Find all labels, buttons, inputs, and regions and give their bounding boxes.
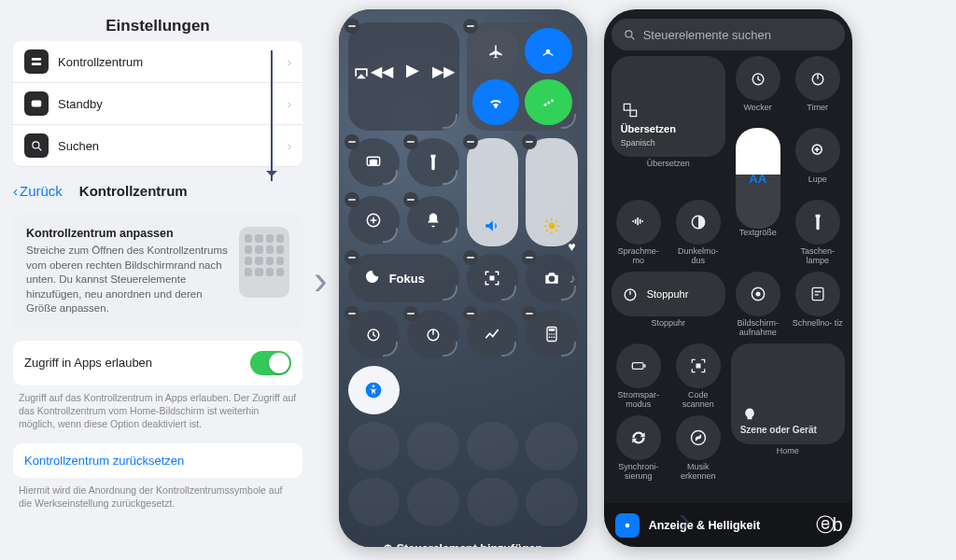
svg-rect-2 — [32, 101, 42, 107]
musikerkennen-tile[interactable]: Musik erkennen — [671, 415, 725, 482]
dunkelmodus-tile[interactable]: Dunkelmo- dus — [671, 200, 725, 266]
remove-icon[interactable] — [522, 306, 537, 321]
svg-point-7 — [548, 101, 551, 104]
screen-mirroring-icon[interactable] — [348, 138, 401, 187]
search-placeholder: Steuerelemente suchen — [643, 28, 771, 42]
wecker-tile[interactable]: Wecker — [731, 56, 785, 122]
media-tile[interactable]: ◀◀ ▶ ▶▶ — [348, 22, 459, 131]
row-suchen[interactable]: Suchen › — [13, 125, 302, 166]
textsize-tile[interactable]: AATextgröße — [731, 128, 785, 266]
accessibility-icon[interactable] — [348, 366, 401, 414]
svg-point-28 — [554, 333, 555, 335]
bildschirmaufnahme-tile[interactable]: Bildschirm- aufnahme — [731, 272, 785, 338]
wifi-icon[interactable] — [472, 79, 520, 125]
taschenlampe-tile[interactable]: Taschen- lampe — [791, 200, 845, 266]
controlcenter-illustration — [239, 227, 289, 298]
chevron-left-icon: ‹ — [13, 183, 18, 199]
chevron-right-icon: › — [314, 257, 328, 303]
remove-icon[interactable] — [344, 250, 359, 265]
home-big-tile[interactable]: Szene oder Gerät Home — [731, 343, 845, 482]
toggles-icon — [24, 49, 49, 74]
stopwatch-icon — [621, 285, 640, 303]
svg-point-34 — [626, 31, 632, 37]
standby-icon — [24, 91, 49, 116]
schnellnotiz-tile[interactable]: Schnellno- tiz — [791, 272, 845, 338]
connectivity-tile[interactable] — [467, 22, 578, 131]
svg-point-30 — [551, 337, 553, 339]
svg-point-29 — [549, 337, 551, 339]
remove-icon[interactable] — [463, 250, 478, 265]
remove-icon[interactable] — [403, 192, 418, 207]
airdrop-icon[interactable] — [525, 28, 572, 74]
row-label: Standby — [58, 97, 103, 111]
alarm-icon[interactable] — [348, 310, 401, 358]
search-icon — [623, 28, 636, 41]
synchronisierung-tile[interactable]: Synchroni- sierung — [612, 415, 666, 482]
toggle-on[interactable] — [250, 351, 291, 375]
remove-icon[interactable] — [344, 192, 359, 207]
svg-point-31 — [554, 337, 555, 339]
svg-point-47 — [691, 431, 705, 445]
prev-icon[interactable]: ◀◀ — [371, 63, 393, 80]
svg-line-17 — [555, 230, 557, 231]
settings-title: Einstellungen — [13, 9, 302, 41]
reset-button[interactable]: Kontrollzentrum zurücksetzen — [13, 443, 302, 478]
remove-icon[interactable] — [344, 134, 359, 149]
flashlight-icon[interactable] — [407, 138, 459, 187]
calculator-icon[interactable] — [526, 310, 578, 358]
back-button[interactable]: ‹Zurück — [13, 183, 63, 199]
alarm-icon — [749, 69, 767, 88]
search-icon — [24, 133, 49, 158]
svg-point-26 — [549, 333, 551, 335]
remove-icon[interactable] — [344, 19, 359, 34]
airplane-icon[interactable] — [472, 28, 520, 74]
remove-icon[interactable] — [463, 306, 478, 321]
svg-rect-0 — [32, 58, 42, 61]
remove-icon[interactable] — [344, 306, 359, 321]
record-icon — [749, 285, 767, 303]
display-brightness-icon — [615, 513, 640, 538]
phone-controls-gallery: Steuerelemente suchen Übersetzen Spanisc… — [604, 9, 852, 547]
allow-in-apps-row[interactable]: Zugriff in Apps erlauben — [13, 341, 302, 385]
airplay-icon[interactable] — [352, 65, 371, 88]
reset-footnote: Hiermit wird die Anordnung der Kontrollz… — [13, 478, 302, 523]
stoppuhr-pill[interactable]: StoppuhrStoppuhr — [612, 272, 725, 338]
row-kontrollzentrum[interactable]: Kontrollzentrum › — [13, 41, 302, 83]
remove-icon[interactable] — [403, 134, 418, 149]
qr-scan-icon[interactable] — [467, 254, 519, 302]
silent-icon[interactable] — [407, 196, 459, 245]
volume-slider[interactable] — [467, 138, 519, 246]
remove-icon[interactable] — [522, 250, 537, 265]
stocks-icon[interactable] — [467, 310, 519, 358]
translate-big-tile[interactable]: Übersetzen Spanisch Übersetzen — [612, 56, 725, 194]
add-control-button[interactable]: Steuerelement hinzufügen — [348, 534, 578, 547]
search-field[interactable]: Steuerelemente suchen — [612, 19, 845, 50]
remove-icon[interactable] — [463, 134, 478, 149]
remove-icon[interactable] — [403, 306, 418, 321]
empty-slots — [348, 422, 578, 526]
row-standby[interactable]: Standby › — [13, 83, 302, 125]
stromsparmodus-tile[interactable]: Stromspar- modus — [612, 343, 666, 410]
note-icon — [808, 285, 827, 303]
timer-icon[interactable] — [407, 310, 459, 358]
play-icon[interactable]: ▶ — [406, 60, 419, 80]
codescannen-tile[interactable]: Code scannen — [671, 343, 725, 410]
svg-rect-43 — [812, 287, 823, 300]
add-control-icon[interactable] — [348, 196, 401, 245]
settings-panel: Einstellungen Kontrollzentrum › Standby … — [13, 9, 302, 523]
lupe-tile[interactable]: Lupe — [791, 128, 845, 194]
remove-icon[interactable] — [463, 19, 478, 34]
svg-line-35 — [631, 36, 634, 39]
sprachmemo-tile[interactable]: Sprachme- mo — [612, 200, 666, 266]
textsize-slider[interactable]: AA — [736, 128, 780, 229]
focus-label: Fokus — [389, 272, 425, 286]
next-icon[interactable]: ▶▶ — [432, 63, 455, 80]
svg-point-48 — [625, 523, 629, 527]
focus-tile[interactable]: Fokus — [348, 254, 459, 302]
brightness-slider[interactable] — [526, 138, 578, 246]
favorite-icon: ♥ — [568, 239, 575, 254]
remove-icon[interactable] — [522, 134, 537, 149]
svg-rect-45 — [643, 364, 645, 367]
gallery-footer[interactable]: Anzeige & Helligkeit ⓔb — [604, 503, 852, 547]
timer-tile[interactable]: Timer — [791, 56, 845, 122]
